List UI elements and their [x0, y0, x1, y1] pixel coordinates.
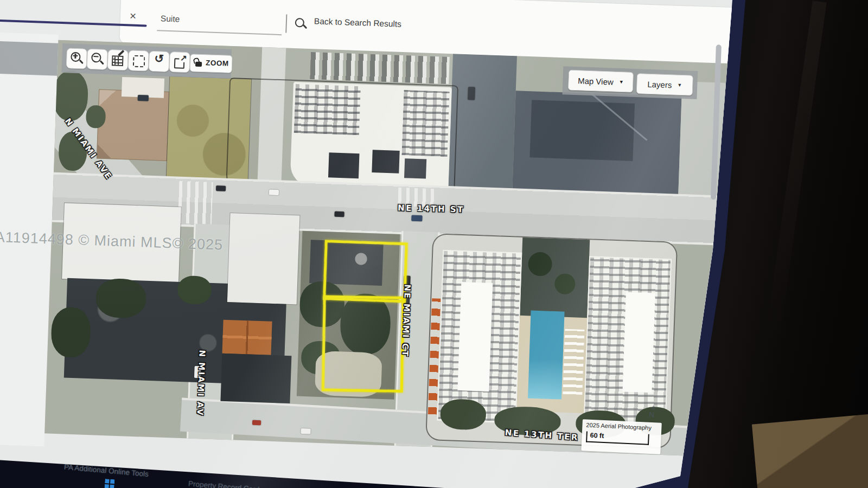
condo-roof-structure: [622, 292, 655, 393]
map-view-dropdown[interactable]: Map View ▼: [568, 70, 634, 93]
scale-distance-label: 60 ft: [590, 432, 604, 440]
toolbar-strip-left-fragment: [0, 41, 58, 76]
parking-row: [310, 52, 450, 84]
tree: [86, 105, 106, 129]
car: [216, 185, 226, 191]
car: [269, 190, 279, 196]
tree: [177, 275, 212, 305]
street-label-ne-14th-st: NE 14TH ST: [398, 203, 464, 214]
marquee-selection-icon: [133, 55, 145, 68]
car-red: [252, 420, 261, 426]
building-roof: [227, 213, 300, 304]
photographed-monitor: × Back to Search Results: [0, 0, 868, 488]
tree: [50, 307, 91, 358]
lock-icon: [195, 62, 202, 67]
export-map-button[interactable]: ↗: [169, 52, 190, 73]
car: [468, 87, 475, 100]
condo-roof-structure: [457, 282, 493, 391]
car: [301, 428, 310, 434]
tree: [440, 399, 487, 431]
north-arrow: N: [649, 410, 655, 419]
highlighted-parcel-south[interactable]: [322, 295, 405, 393]
road-ne-miami-ct-north: [448, 54, 517, 190]
select-area-button[interactable]: [128, 50, 149, 71]
cardboard-box: [752, 413, 868, 488]
car: [334, 211, 344, 217]
chevron-down-icon: ▼: [677, 82, 682, 88]
tree: [95, 278, 146, 319]
edit-layers-button[interactable]: [107, 49, 129, 70]
scale-panel: 2025 Aerial Photography 60 ft: [581, 419, 661, 454]
chevron-down-icon: ▼: [619, 79, 624, 85]
building-roof-dark: [220, 354, 291, 403]
building-roof: [529, 100, 635, 161]
courtyard-shadow: [520, 237, 590, 321]
clear-search-button[interactable]: ×: [126, 9, 141, 23]
highlighted-parcel-north[interactable]: [323, 240, 408, 303]
pool-loungers: [563, 329, 584, 395]
zoom-out-button[interactable]: [87, 49, 108, 70]
car: [138, 95, 149, 101]
search-icon[interactable]: [293, 17, 308, 31]
table-edit-icon: [112, 55, 124, 66]
layers-label: Layers: [647, 79, 672, 89]
scale-bar: 60 ft: [586, 432, 649, 445]
zoom-mode-button[interactable]: ZOOM: [190, 54, 233, 73]
house-orange-roof: [222, 320, 272, 355]
layers-dropdown[interactable]: Layers ▼: [636, 73, 693, 96]
zoom-button-label: ZOOM: [206, 59, 229, 67]
aerial-photography-caption: 2025 Aerial Photography: [586, 422, 652, 431]
car: [411, 215, 422, 222]
rotate-icon: ↺: [149, 52, 169, 66]
reset-rotation-button[interactable]: ↺: [149, 51, 170, 72]
windows-logo-icon: [104, 479, 114, 488]
building-roof-tan: [97, 89, 169, 160]
swimming-pool: [528, 311, 565, 400]
zoom-in-button[interactable]: [66, 48, 87, 69]
crosswalk: [178, 181, 213, 224]
map-view-label: Map View: [578, 76, 614, 86]
